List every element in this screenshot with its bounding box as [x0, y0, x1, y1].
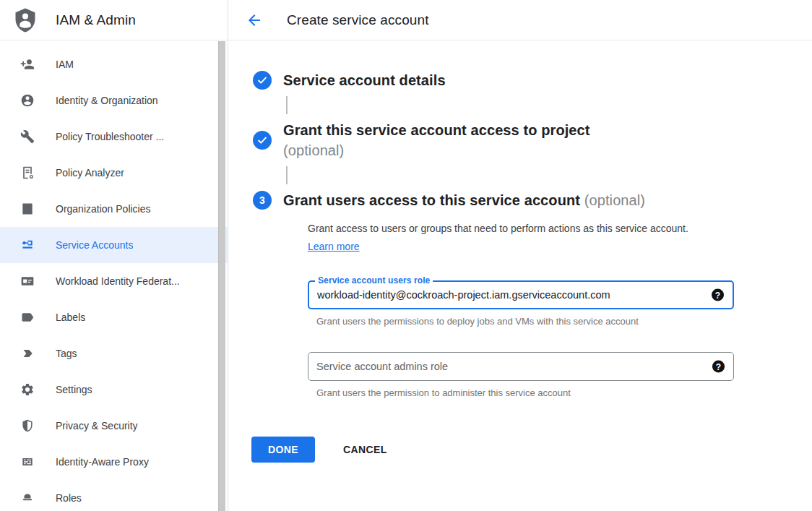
page-header: Create service account: [228, 0, 812, 40]
learn-more-link[interactable]: Learn more: [308, 241, 360, 252]
sidebar-item-labels[interactable]: Labels: [0, 299, 228, 335]
sidebar-item-policy-analyzer[interactable]: Policy Analyzer: [0, 155, 228, 191]
sidebar: IAM & Admin IAM Identity & Organization …: [0, 0, 228, 511]
step-optional-label: (optional): [584, 192, 645, 208]
step-number-badge: 3: [253, 191, 272, 210]
sidebar-item-label: Roles: [56, 492, 82, 504]
iam-shield-person-icon: [12, 6, 38, 35]
sidebar-item-privacy-security[interactable]: Privacy & Security: [0, 408, 228, 444]
sidebar-nav: IAM Identity & Organization Policy Troub…: [0, 40, 228, 511]
step-number: 3: [259, 194, 265, 206]
product-title: IAM & Admin: [56, 12, 136, 28]
sidebar-item-label: Policy Troubleshooter ...: [56, 131, 164, 142]
shield-icon: [20, 418, 35, 433]
main-panel: Create service account Service account d…: [228, 0, 812, 511]
document-gear-icon: [20, 166, 35, 180]
sidebar-header: IAM & Admin: [0, 0, 228, 40]
step-optional-label: (optional): [283, 140, 590, 160]
sidebar-item-label: IAM: [56, 59, 74, 70]
page-title: Create service account: [287, 12, 429, 28]
sidebar-item-identity-aware-proxy[interactable]: Identity-Aware Proxy: [0, 444, 228, 480]
service-account-key-icon: [20, 238, 35, 252]
sidebar-item-label: Workload Identity Federat...: [56, 275, 180, 287]
sidebar-item-label: Service Accounts: [56, 239, 133, 251]
sidebar-item-roles[interactable]: Roles: [0, 480, 228, 511]
step-title: Service account details: [283, 70, 446, 90]
wizard-content: Service account details Grant this servi…: [228, 40, 812, 463]
step-connector: [286, 96, 288, 114]
step-connector: [286, 166, 288, 184]
wrench-icon: [20, 129, 35, 144]
identity-person-circle-icon: [20, 93, 35, 108]
field-helper-text: Grant users the permission to administer…: [316, 387, 783, 398]
sidebar-item-service-accounts[interactable]: Service Accounts: [0, 227, 228, 263]
person-add-icon: [20, 57, 35, 72]
cancel-button[interactable]: CANCEL: [337, 437, 393, 463]
service-account-admins-role-input[interactable]: [308, 353, 733, 380]
step-2-grant-access-to-project[interactable]: Grant this service account access to pro…: [253, 120, 783, 160]
service-account-users-role-field: Service account users role ?: [308, 280, 734, 309]
sidebar-item-label: Policy Analyzer: [56, 167, 124, 179]
field-helper-text: Grant users the permissions to deploy jo…: [316, 316, 783, 327]
sidebar-item-identity-organization[interactable]: Identity & Organization: [0, 82, 228, 119]
document-lines-icon: [20, 202, 35, 216]
action-buttons: DONE CANCEL: [251, 437, 783, 463]
sidebar-scrollbar[interactable]: [218, 41, 225, 511]
badge-card-icon: [20, 274, 35, 288]
step-1-service-account-details[interactable]: Service account details: [253, 70, 783, 90]
check-circle-icon: [253, 71, 272, 90]
sidebar-item-label: Tags: [56, 348, 77, 359]
tag-arrow-icon: [20, 346, 35, 361]
step-title: Grant users access to this service accou…: [283, 190, 645, 210]
sidebar-item-label: Settings: [56, 384, 92, 395]
sidebar-item-label: Privacy & Security: [56, 420, 138, 431]
service-account-admins-role-field: ?: [308, 352, 734, 381]
sidebar-item-label: Labels: [56, 312, 85, 323]
sidebar-item-policy-troubleshooter[interactable]: Policy Troubleshooter ...: [0, 119, 228, 155]
label-tag-icon: [20, 310, 35, 325]
sidebar-item-label: Organization Policies: [56, 203, 151, 215]
step-description: Grant access to users or groups that nee…: [308, 220, 711, 256]
help-icon[interactable]: ?: [712, 289, 724, 301]
done-button[interactable]: DONE: [251, 437, 315, 463]
sidebar-item-label: Identity & Organization: [56, 95, 158, 106]
sidebar-item-iam[interactable]: IAM: [0, 46, 228, 82]
sidebar-item-tags[interactable]: Tags: [0, 335, 228, 372]
sidebar-item-workload-identity-federation[interactable]: Workload Identity Federat...: [0, 263, 228, 299]
check-circle-icon: [253, 131, 272, 150]
arrow-back-icon[interactable]: [246, 12, 263, 29]
proxy-grid-icon: [20, 455, 35, 469]
sidebar-item-settings[interactable]: Settings: [0, 372, 228, 408]
sidebar-item-label: Identity-Aware Proxy: [56, 456, 149, 468]
gear-icon: [20, 382, 35, 397]
field-floating-label: Service account users role: [315, 275, 433, 285]
sidebar-item-organization-policies[interactable]: Organization Policies: [0, 191, 228, 227]
help-icon[interactable]: ?: [712, 361, 725, 373]
step-title: Grant this service account access to pro…: [283, 120, 590, 140]
step-3-grant-users-access: 3 Grant users access to this service acc…: [253, 190, 783, 210]
roles-hat-icon: [20, 491, 35, 505]
app-window: IAM & Admin IAM Identity & Organization …: [0, 0, 812, 511]
service-account-users-role-input[interactable]: [309, 282, 733, 308]
step-3-body: Grant access to users or groups that nee…: [308, 220, 783, 398]
